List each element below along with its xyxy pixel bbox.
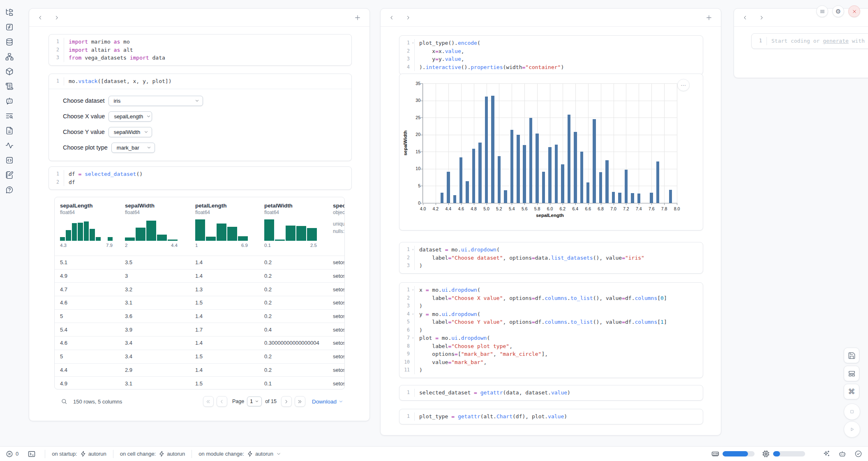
menu-icon: [820, 9, 825, 14]
shutdown-button[interactable]: [848, 5, 860, 17]
column-header[interactable]: petalWidthfloat640.12.5: [264, 197, 333, 256]
column-scroll-left-icon[interactable]: [389, 15, 395, 21]
cell-selected-dataset[interactable]: 1selected_dataset = getattr(data, datase…: [399, 385, 703, 401]
table-row[interactable]: 4.93.11.50.1setos: [55, 376, 344, 390]
cell-xy-plot-dropdowns[interactable]: 1⌄x = mo.ui.dropdown(2 label="Choose X v…: [399, 282, 703, 378]
keyboard-shortcuts-button[interactable]: ⌘: [844, 384, 859, 399]
line-number: 1⌄: [399, 246, 415, 254]
table-row[interactable]: 4.42.91.40.2setos: [55, 363, 344, 377]
column-2-header: [381, 9, 721, 27]
select-value: sepalLength: [114, 113, 143, 120]
prev-page-button[interactable]: [217, 396, 227, 407]
chart-bar: [637, 194, 641, 203]
table-row[interactable]: 53.41.50.2setos: [55, 350, 344, 363]
chart-bar: [472, 149, 476, 203]
cell-plot-encode[interactable]: 1⌄plot_type().encode(2 x=x.value,3 y=y.v…: [399, 35, 703, 75]
column-scroll-right-icon[interactable]: [759, 15, 764, 21]
x-tick-label: 6.6: [585, 206, 591, 211]
column-header[interactable]: sepalWidthfloat6424.4: [125, 197, 195, 256]
table-row[interactable]: 5.13.51.40.2setos: [55, 256, 344, 269]
x-tick-label: 7.0: [610, 206, 616, 211]
help-icon[interactable]: [5, 186, 14, 194]
assistant-bot-icon[interactable]: [838, 450, 846, 458]
chart-y-axis-title: sepalWidth: [403, 130, 408, 155]
connection-status-icon[interactable]: [854, 450, 862, 458]
file-explorer-icon[interactable]: [5, 8, 14, 16]
choose-y-value-select[interactable]: sepalWidth: [108, 127, 152, 137]
page-select[interactable]: 1: [247, 396, 262, 406]
notebook-column-2: 1⌄plot_type().encode(2 x=x.value,3 y=y.v…: [380, 8, 721, 436]
column-header[interactable]: specobjecuniqunulls:: [333, 197, 345, 256]
table-row[interactable]: 4.63.11.50.2setos: [55, 296, 344, 309]
line-number: 1: [752, 37, 767, 45]
vstack-code-editor[interactable]: 1mo.vstack([dataset, x, y, plot]): [49, 74, 351, 89]
functions-icon[interactable]: [5, 23, 14, 31]
layout-button[interactable]: [844, 366, 859, 381]
table-row[interactable]: 4.63.41.40.30000000000000004setos: [55, 336, 344, 350]
choose-dataset-select[interactable]: iris: [108, 96, 203, 106]
tracing-icon[interactable]: [5, 141, 14, 150]
dependency-graph-icon[interactable]: [5, 53, 14, 61]
datasources-icon[interactable]: [5, 38, 14, 46]
column-scroll-right-icon[interactable]: [54, 15, 60, 21]
run-button[interactable]: [844, 421, 860, 438]
first-page-button[interactable]: [203, 396, 214, 407]
ram-usage-bar-fill: [723, 451, 748, 456]
table-header-row: sepalLengthfloat644.37.9sepalWidthfloat6…: [55, 197, 344, 256]
next-page-button[interactable]: [281, 396, 292, 407]
x-tick-label: 5.8: [534, 206, 540, 211]
scratchpad-icon[interactable]: [5, 82, 14, 90]
ai-sparkles-icon[interactable]: [822, 450, 830, 458]
download-button[interactable]: Download: [312, 399, 343, 405]
snippets-icon[interactable]: [5, 156, 14, 164]
cell-dataframe[interactable]: 1df = selected_dataset()2df: [48, 166, 352, 190]
y-tick-label: 10: [405, 166, 420, 171]
on-startup-setting[interactable]: on startup: autorun: [52, 451, 106, 457]
play-icon: [848, 426, 856, 433]
cell-plot-type[interactable]: 1plot_type = getattr(alt.Chart(df), plot…: [399, 409, 703, 424]
divider: [45, 450, 45, 458]
cell-imports[interactable]: 1import marimo as mo2import altair as al…: [48, 34, 352, 66]
x-tick-label: 7.6: [649, 206, 655, 211]
on-module-change-setting[interactable]: on module change: autorun: [199, 451, 281, 457]
table-row[interactable]: 4.931.40.2setos: [55, 269, 344, 283]
table-footer: 150 rows, 5 columns Page 1 of 15 Downloa…: [54, 393, 345, 410]
column-scroll-left-icon[interactable]: [742, 15, 748, 21]
x-tick-label: 6.0: [547, 206, 553, 211]
logs-icon[interactable]: [5, 112, 14, 120]
generate-with-ai-link[interactable]: generate: [823, 38, 849, 44]
notebook-icon[interactable]: [5, 171, 14, 179]
errors-indicator[interactable]: 0: [6, 450, 18, 458]
control-label: Choose plot type: [63, 144, 108, 151]
choose-x-value-select[interactable]: sepalLength: [108, 111, 152, 122]
add-cell-icon[interactable]: [354, 14, 361, 21]
table-row[interactable]: 4.73.21.30.2setos: [55, 282, 344, 296]
gear-icon: ⚙: [836, 8, 841, 14]
packages-icon[interactable]: [5, 67, 14, 76]
table-search-icon[interactable]: [61, 398, 67, 405]
terminal-icon[interactable]: [28, 450, 36, 458]
cell-dataset-dropdown[interactable]: 1⌄dataset = mo.ui.dropdown(2 label="Choo…: [399, 242, 703, 274]
cell-empty-editor[interactable]: 1 Start coding or generate with AI: [751, 33, 868, 49]
add-cell-icon[interactable]: [705, 14, 713, 21]
chart-actions-menu-icon[interactable]: ⋯: [677, 79, 690, 91]
stop-button[interactable]: [844, 403, 860, 420]
documentation-icon[interactable]: [5, 127, 14, 135]
control-row: Choose plot typemark_bar: [63, 143, 351, 153]
ai-chat-icon[interactable]: [5, 97, 14, 105]
column-scroll-left-icon[interactable]: [37, 15, 43, 21]
column-header[interactable]: sepalLengthfloat644.37.9: [60, 197, 125, 256]
settings-button[interactable]: ⚙: [832, 5, 844, 17]
table-row[interactable]: 5.43.91.70.4setos: [55, 323, 344, 336]
table-row[interactable]: 53.61.40.2setos: [55, 309, 344, 323]
last-page-button[interactable]: [295, 396, 305, 407]
column-scroll-right-icon[interactable]: [405, 15, 411, 21]
column-header[interactable]: petalLengthfloat6416.9: [195, 197, 264, 256]
choose-plot-type-select[interactable]: mark_bar: [111, 143, 155, 153]
on-cell-change-setting[interactable]: on cell change: autorun: [120, 451, 185, 457]
notebook-menu-button[interactable]: [816, 5, 828, 17]
control-label: Choose dataset: [63, 97, 105, 104]
chart-bar: [605, 160, 609, 203]
save-button[interactable]: [844, 348, 859, 363]
chart-bar: [517, 135, 520, 203]
